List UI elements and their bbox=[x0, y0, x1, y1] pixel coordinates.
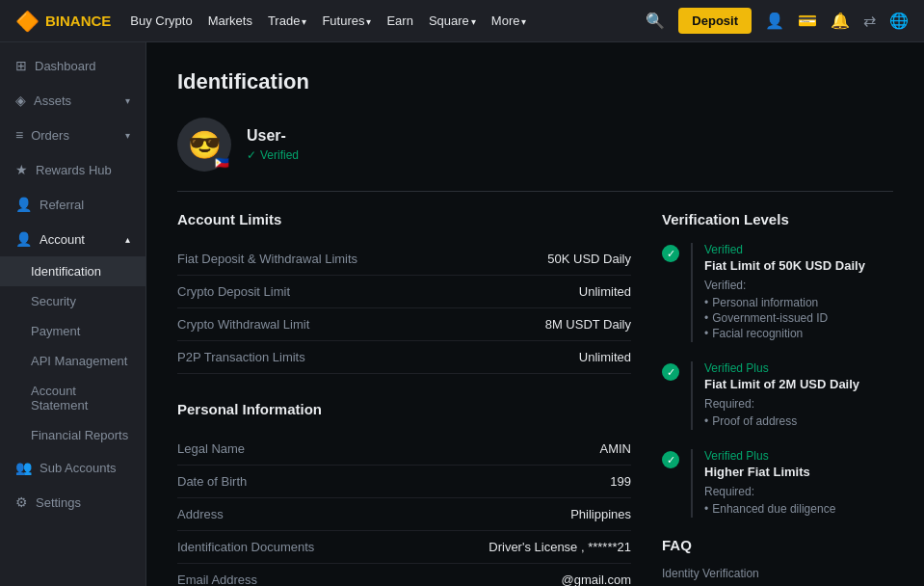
info-value-email: @gmail.com bbox=[562, 573, 631, 586]
orders-chevron-icon: ▾ bbox=[125, 130, 130, 141]
sidebar: ⊞ Dashboard ◈ Assets ▾ ≡ Orders ▾ ★ Rewa… bbox=[0, 42, 146, 586]
assets-chevron-icon: ▾ bbox=[125, 95, 130, 106]
limits-label-p2p: P2P Transaction Limits bbox=[177, 350, 305, 364]
limits-row-crypto-deposit: Crypto Deposit Limit Unlimited bbox=[177, 276, 631, 308]
sidebar-item-settings[interactable]: ⚙ Settings bbox=[0, 485, 145, 519]
orders-icon: ≡ bbox=[15, 127, 23, 143]
verif-detail-item-1-2: Facial recognition bbox=[704, 327, 865, 340]
globe-icon[interactable]: 🌐 bbox=[889, 12, 909, 30]
info-row-name: Legal Name AMIN bbox=[177, 433, 631, 466]
user-icon[interactable]: 👤 bbox=[765, 12, 784, 30]
sidebar-item-referral[interactable]: 👤 Referral bbox=[0, 187, 145, 222]
verif-status-label-1: Verified bbox=[704, 243, 865, 256]
binance-logo-icon: 🔶 bbox=[15, 10, 40, 33]
sidebar-item-sub-accounts[interactable]: 👥 Sub Accounts bbox=[0, 450, 145, 485]
sidebar-item-api-management[interactable]: API Management bbox=[0, 346, 145, 376]
verif-content-2: Verified Plus Fiat Limit of 2M USD Daily… bbox=[691, 361, 859, 430]
logo[interactable]: 🔶 BINANCE bbox=[15, 10, 111, 33]
check-circle-icon-1: ✓ bbox=[662, 245, 679, 262]
sidebar-item-account-statement[interactable]: Account Statement bbox=[0, 376, 145, 420]
check-icon: ✓ bbox=[247, 148, 256, 162]
verif-detail-item-3-0: Enhanced due diligence bbox=[704, 502, 835, 516]
verif-icon-2: ✓ bbox=[662, 363, 679, 430]
limits-value-crypto-deposit: Unlimited bbox=[579, 284, 631, 299]
main-content: Identification 😎 🇵🇭 User- ✓ Verified Acc… bbox=[146, 42, 924, 586]
info-value-name: AMIN bbox=[600, 441, 632, 456]
account-limits-title: Account Limits bbox=[177, 211, 631, 227]
nav-markets[interactable]: Markets bbox=[208, 13, 252, 28]
sidebar-item-account[interactable]: 👤 Account ▴ bbox=[0, 222, 145, 256]
content-right: Verification Levels ✓ Verified Fiat Limi… bbox=[662, 211, 893, 586]
sidebar-item-identification[interactable]: Identification bbox=[0, 256, 145, 286]
verified-badge: ✓ Verified bbox=[247, 148, 299, 162]
sidebar-item-payment[interactable]: Payment bbox=[0, 316, 145, 346]
user-info: User- ✓ Verified bbox=[247, 127, 299, 162]
sidebar-label-referral: Referral bbox=[40, 198, 84, 212]
bell-icon[interactable]: 🔔 bbox=[831, 12, 850, 30]
verif-icon-1: ✓ bbox=[662, 245, 679, 342]
nav-earn[interactable]: Earn bbox=[386, 13, 412, 28]
account-chevron-icon: ▴ bbox=[125, 234, 130, 245]
verif-level-3: ✓ Verified Plus Higher Fiat Limits Requi… bbox=[662, 449, 893, 518]
nav-right-actions: 🔍 Deposit 👤 💳 🔔 ⇄ 🌐 bbox=[646, 8, 909, 34]
info-label-dob: Date of Birth bbox=[177, 474, 247, 489]
nav-more[interactable]: More▾ bbox=[491, 13, 527, 28]
personal-info-table: Legal Name AMIN Date of Birth 199 Addres… bbox=[177, 433, 631, 586]
personal-info-title: Personal Information bbox=[177, 401, 631, 417]
verif-level-name-1: Fiat Limit of 50K USD Daily bbox=[704, 258, 865, 273]
info-row-dob: Date of Birth 199 bbox=[177, 466, 631, 498]
sidebar-item-security[interactable]: Security bbox=[0, 286, 145, 316]
sidebar-item-financial-reports[interactable]: Financial Reports bbox=[0, 420, 145, 450]
wallet-icon[interactable]: 💳 bbox=[798, 12, 817, 30]
account-icon: 👤 bbox=[15, 231, 32, 247]
faq-title: FAQ bbox=[662, 537, 893, 553]
avatar: 😎 🇵🇭 bbox=[177, 118, 231, 172]
verif-detail-title-2: Required: bbox=[704, 397, 859, 411]
sidebar-label-financial-reports: Financial Reports bbox=[31, 428, 128, 442]
sidebar-label-dashboard: Dashboard bbox=[35, 59, 96, 73]
info-label-id-docs: Identification Documents bbox=[177, 540, 314, 554]
nav-buy-crypto[interactable]: Buy Crypto bbox=[130, 13, 192, 28]
info-label-email: Email Address bbox=[177, 573, 257, 586]
faq-item-identity[interactable]: Identity Verification bbox=[662, 561, 893, 586]
transfer-icon[interactable]: ⇄ bbox=[863, 12, 876, 30]
sidebar-item-assets[interactable]: ◈ Assets ▾ bbox=[0, 83, 145, 118]
info-value-address: Philippines bbox=[570, 507, 631, 521]
sidebar-item-orders[interactable]: ≡ Orders ▾ bbox=[0, 118, 145, 152]
search-icon[interactable]: 🔍 bbox=[646, 12, 665, 30]
verif-status-label-3: Verified Plus bbox=[704, 449, 835, 463]
referral-icon: 👤 bbox=[15, 197, 32, 212]
verif-level-name-3: Higher Fiat Limits bbox=[704, 465, 835, 479]
limits-label-fiat: Fiat Deposit & Withdrawal Limits bbox=[177, 252, 357, 266]
sidebar-label-sub-accounts: Sub Accounts bbox=[40, 461, 117, 475]
nav-futures[interactable]: Futures▾ bbox=[322, 13, 371, 28]
logo-text: BINANCE bbox=[45, 13, 111, 29]
sidebar-label-account: Account bbox=[40, 232, 85, 247]
nav-square[interactable]: Square▾ bbox=[429, 13, 476, 28]
verif-level-2: ✓ Verified Plus Fiat Limit of 2M USD Dai… bbox=[662, 361, 893, 430]
sidebar-label-security: Security bbox=[31, 294, 76, 308]
content-grid: Account Limits Fiat Deposit & Withdrawal… bbox=[177, 211, 893, 586]
info-row-id-docs: Identification Documents Driver's Licens… bbox=[177, 531, 631, 564]
username: User- bbox=[247, 127, 299, 145]
verification-levels-title: Verification Levels bbox=[662, 211, 893, 227]
sidebar-label-settings: Settings bbox=[36, 495, 81, 510]
limits-value-crypto-withdrawal: 8M USDT Daily bbox=[545, 317, 631, 332]
limits-value-fiat: 50K USD Daily bbox=[547, 252, 631, 266]
settings-icon: ⚙ bbox=[15, 494, 28, 510]
limits-table: Fiat Deposit & Withdrawal Limits 50K USD… bbox=[177, 243, 631, 374]
sidebar-item-dashboard[interactable]: ⊞ Dashboard bbox=[0, 48, 145, 83]
info-label-address: Address bbox=[177, 507, 224, 521]
limits-label-crypto-deposit: Crypto Deposit Limit bbox=[177, 284, 290, 299]
limits-row-p2p: P2P Transaction Limits Unlimited bbox=[177, 341, 631, 374]
dashboard-icon: ⊞ bbox=[15, 58, 27, 73]
verif-level-1: ✓ Verified Fiat Limit of 50K USD Daily V… bbox=[662, 243, 893, 342]
info-value-id-docs: Driver's License , ******21 bbox=[488, 540, 631, 554]
nav-links: Buy Crypto Markets Trade▾ Futures▾ Earn … bbox=[130, 13, 626, 28]
sidebar-label-orders: Orders bbox=[31, 128, 69, 143]
sidebar-item-rewards[interactable]: ★ Rewards Hub bbox=[0, 152, 145, 187]
nav-trade[interactable]: Trade▾ bbox=[268, 13, 306, 28]
limits-value-p2p: Unlimited bbox=[579, 350, 631, 364]
deposit-button[interactable]: Deposit bbox=[678, 8, 752, 34]
sidebar-label-payment: Payment bbox=[31, 324, 80, 338]
